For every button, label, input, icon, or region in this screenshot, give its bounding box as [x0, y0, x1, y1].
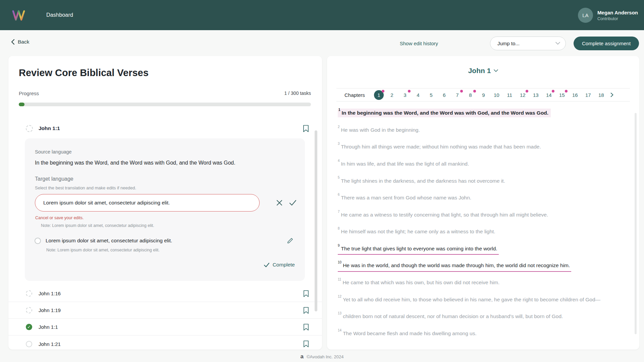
user-role: Contributor	[597, 16, 638, 21]
back-button[interactable]: Back	[11, 39, 29, 45]
verse-number: 12	[338, 295, 341, 298]
task-status-circle[interactable]	[26, 290, 32, 297]
chapter-number[interactable]: 9	[477, 90, 490, 100]
chapter-number[interactable]: 13	[529, 90, 542, 100]
x-icon	[276, 199, 283, 206]
task-list-scrollbar[interactable]	[315, 130, 317, 311]
verse[interactable]: 4In him was life, and that life was the …	[338, 161, 626, 178]
chapter-number[interactable]: 5	[425, 90, 438, 100]
verse-number: 6	[338, 193, 340, 196]
chapter-number[interactable]: 12	[516, 90, 529, 100]
chapter-activity-dot	[565, 90, 568, 93]
task-editor: Source language In the beginning was the…	[25, 138, 305, 281]
chapter-number[interactable]: 10	[490, 90, 503, 100]
chapter-number[interactable]: 16	[569, 90, 582, 100]
bookmark-icon[interactable]	[303, 290, 309, 297]
avatar[interactable]: LA	[578, 8, 593, 23]
task-row[interactable]: John 1:19	[8, 302, 322, 319]
page-footer: a ©Avodah Inc. 2024	[0, 353, 644, 360]
user-name: Megan Anderson	[597, 9, 638, 16]
chapter-number[interactable]: 1	[372, 90, 385, 100]
edit-warning-text: Cancel or save your edits.	[35, 216, 84, 220]
verse-number: 14	[338, 328, 341, 332]
copyright-text: ©Avodah Inc. 2024	[307, 354, 344, 359]
complete-assignment-button[interactable]: Complete assignment	[574, 37, 639, 50]
complete-task-label: Complete	[273, 262, 295, 268]
chapters-label: Chapters	[344, 92, 365, 98]
verse[interactable]: 5The light shines in the darkness, and t…	[338, 177, 626, 194]
chapter-number-list: 1 2 3	[372, 90, 608, 100]
book-chapter-dropdown[interactable]: John 1	[327, 67, 639, 75]
next-chapters-button[interactable]	[610, 93, 613, 97]
verse-number: 4	[338, 159, 340, 163]
verse[interactable]: 10He was in the world, and though the wo…	[338, 262, 626, 279]
verse[interactable]: 11He came to that which was his own, but…	[338, 279, 626, 296]
chapter-number[interactable]: 7	[451, 90, 464, 100]
show-edit-history-link[interactable]: Show edit history	[400, 41, 438, 46]
bookmark-icon[interactable]	[303, 307, 309, 314]
verse-text: There was a man sent from God whose name…	[341, 195, 472, 200]
task-row[interactable]: John 1:21	[8, 336, 322, 352]
task-row[interactable]: John 1:1	[8, 319, 322, 336]
user-menu[interactable]: LA Megan Anderson Contributor	[578, 8, 638, 23]
chapter-number[interactable]: 14	[542, 90, 555, 100]
verse[interactable]: 13children born not of natural descent, …	[338, 313, 626, 330]
app-header: Dashboard LA Megan Anderson Contributor	[0, 0, 644, 30]
verse[interactable]: 3Through him all things were made; witho…	[338, 143, 626, 161]
verse[interactable]: 8He himself was not the light; he came o…	[338, 228, 626, 245]
complete-task-button[interactable]: Complete	[264, 262, 295, 268]
scripture-panel: John 1 Chapters 1 2	[327, 56, 639, 350]
task-row[interactable]: John 1:16	[8, 285, 322, 302]
verse[interactable]: 1In the beginning was the Word, and the …	[338, 110, 626, 127]
chevron-down-icon	[555, 42, 560, 45]
task-panel: Review Core Biblical Verses Progress 1 /…	[8, 56, 322, 350]
reader-scrollbar[interactable]	[635, 113, 637, 334]
chapter-activity-dot	[382, 90, 384, 93]
translation-edit-input[interactable]	[35, 194, 260, 212]
verse-number: 13	[338, 311, 341, 315]
edit-note-text: Note: Lorem ipsum dolor sit amet, consec…	[41, 223, 154, 228]
verse[interactable]: 6There was a man sent from God whose nam…	[338, 194, 626, 212]
verse-text: In the beginning was the Word, and the W…	[342, 110, 549, 116]
verse[interactable]: 7He came as a witness to testify concern…	[338, 212, 626, 229]
bookmark-icon[interactable]	[303, 125, 309, 132]
pencil-icon	[287, 237, 293, 244]
verse-number: 5	[338, 176, 340, 179]
translation-option-radio[interactable]	[35, 238, 41, 244]
chapter-number[interactable]: 2	[385, 90, 398, 100]
bookmark-icon[interactable]	[303, 340, 309, 348]
task-status-circle[interactable]	[26, 307, 32, 313]
edit-translation-button[interactable]	[286, 236, 294, 245]
jump-to-dropdown[interactable]: Jump to...	[490, 37, 566, 50]
cancel-edit-button[interactable]	[275, 198, 284, 207]
verse-number: 7	[338, 210, 340, 214]
check-icon	[264, 262, 270, 267]
chapter-number[interactable]: 4	[412, 90, 425, 100]
verse-text: He came as a witness to testify concerni…	[341, 212, 548, 218]
bookmark-icon[interactable]	[303, 323, 309, 331]
verse[interactable]: 2He was with God in the beginning.	[338, 127, 626, 144]
task-status-circle[interactable]	[26, 125, 33, 132]
chapter-number[interactable]: 18	[595, 90, 608, 100]
chapter-number[interactable]: 17	[582, 90, 595, 100]
save-edit-button[interactable]	[288, 198, 297, 207]
task-reference: John 1:1	[39, 125, 60, 131]
chapter-number[interactable]: 8	[464, 90, 477, 100]
task-status-circle[interactable]	[26, 341, 32, 347]
chapter-number[interactable]: 15	[555, 90, 569, 100]
chapter-activity-dot	[460, 90, 463, 93]
chapter-number[interactable]: 6	[438, 90, 451, 100]
verse[interactable]: 9The true light that gives light to ever…	[338, 245, 626, 262]
verse[interactable]: 14The Word became flesh and made his dwe…	[338, 330, 626, 347]
verse-text: The Word became flesh and made his dwell…	[343, 330, 477, 336]
chapter-number[interactable]: 3	[398, 90, 412, 100]
task-status-circle[interactable]	[26, 324, 32, 330]
verse[interactable]: 12Yet to all who did receive him, to tho…	[338, 296, 626, 313]
avodah-logo-icon	[10, 7, 27, 23]
active-task-row[interactable]: John 1:1	[8, 119, 322, 138]
task-list: John 1:16 John 1:19 Jo	[8, 285, 322, 352]
chapter-number[interactable]: 11	[503, 90, 516, 100]
verse-list: 1In the beginning was the Word, and the …	[338, 110, 626, 347]
task-reference: John 1:19	[39, 307, 61, 313]
source-text: In the beginning was the Word, and the W…	[35, 160, 235, 166]
